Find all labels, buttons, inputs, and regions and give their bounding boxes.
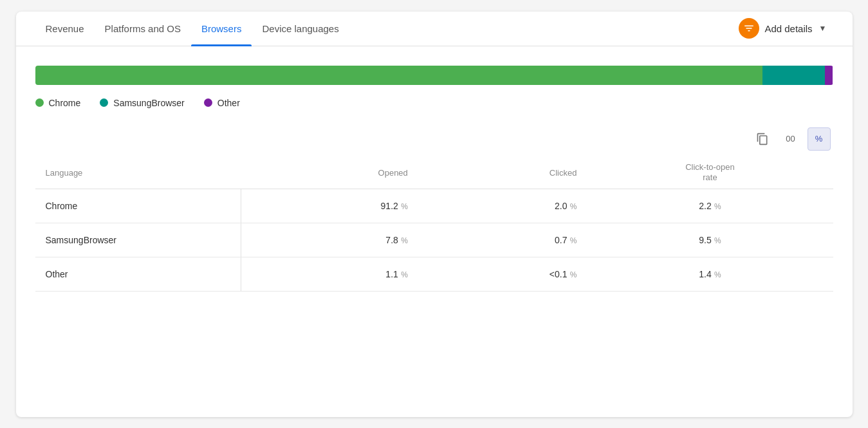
decimal-format-button[interactable]: 00 xyxy=(779,127,802,151)
col-header-clicked: Clicked xyxy=(418,157,587,189)
format-toggle: 00 % xyxy=(35,127,833,151)
filter-icon xyxy=(743,23,755,34)
cell-clicked-0: 2.0 % xyxy=(418,189,587,223)
tabs-bar: Revenue Platforms and OS Browsers Device… xyxy=(16,12,853,46)
bar-samsung xyxy=(762,66,825,85)
add-details-icon xyxy=(739,18,759,39)
col-header-language: Language xyxy=(35,157,241,189)
legend-dot-other xyxy=(204,98,212,107)
cell-cto-0: 2.2 % xyxy=(587,189,833,223)
legend-chrome: Chrome xyxy=(35,98,81,108)
copy-icon xyxy=(756,133,769,145)
col-header-opened: Opened xyxy=(241,157,418,189)
legend-label-other: Other xyxy=(217,98,240,108)
legend-dot-samsung xyxy=(100,98,108,107)
legend-samsung: SamsungBrowser xyxy=(100,98,185,108)
table-row: SamsungBrowser 7.8 % 0.7 % 9.5 % xyxy=(35,223,833,257)
table-row: Other 1.1 % <0.1 % 1.4 % xyxy=(35,257,833,292)
chevron-down-icon: ▼ xyxy=(819,24,827,33)
stacked-bar xyxy=(35,66,833,85)
cell-language-0: Chrome xyxy=(35,189,241,223)
legend-label-samsung: SamsungBrowser xyxy=(113,98,185,108)
tab-revenue[interactable]: Revenue xyxy=(35,12,95,46)
bar-chrome xyxy=(35,66,763,85)
cell-clicked-1: 0.7 % xyxy=(418,223,587,257)
legend-other: Other xyxy=(204,98,240,108)
cell-clicked-2: <0.1 % xyxy=(418,257,587,292)
table-row: Chrome 91.2 % 2.0 % 2.2 % xyxy=(35,189,833,223)
copy-format-icon[interactable] xyxy=(751,127,774,151)
cell-cto-2: 1.4 % xyxy=(587,257,833,292)
bar-other xyxy=(825,66,833,85)
cell-opened-1: 7.8 % xyxy=(241,223,418,257)
main-card: Revenue Platforms and OS Browsers Device… xyxy=(16,12,853,417)
tab-browsers[interactable]: Browsers xyxy=(191,12,252,46)
legend-label-chrome: Chrome xyxy=(49,98,81,108)
cell-language-2: Other xyxy=(35,257,241,292)
add-details-label: Add details xyxy=(764,23,812,34)
cell-opened-0: 91.2 % xyxy=(241,189,418,223)
legend: Chrome SamsungBrowser Other xyxy=(35,98,833,108)
tab-languages[interactable]: Device languages xyxy=(252,12,349,46)
cell-language-1: SamsungBrowser xyxy=(35,223,241,257)
add-details-button[interactable]: Add details ▼ xyxy=(732,13,833,44)
content-area: Chrome SamsungBrowser Other 00 % xyxy=(16,46,853,292)
cell-cto-1: 9.5 % xyxy=(587,223,833,257)
percent-format-button[interactable]: % xyxy=(808,127,831,151)
tab-platforms[interactable]: Platforms and OS xyxy=(95,12,191,46)
data-table: Language Opened Clicked Click-to-openrat… xyxy=(35,157,833,292)
legend-dot-chrome xyxy=(35,98,44,107)
cell-opened-2: 1.1 % xyxy=(241,257,418,292)
table-header-row: Language Opened Clicked Click-to-openrat… xyxy=(35,157,833,189)
col-header-cto: Click-to-openrate xyxy=(587,157,833,189)
